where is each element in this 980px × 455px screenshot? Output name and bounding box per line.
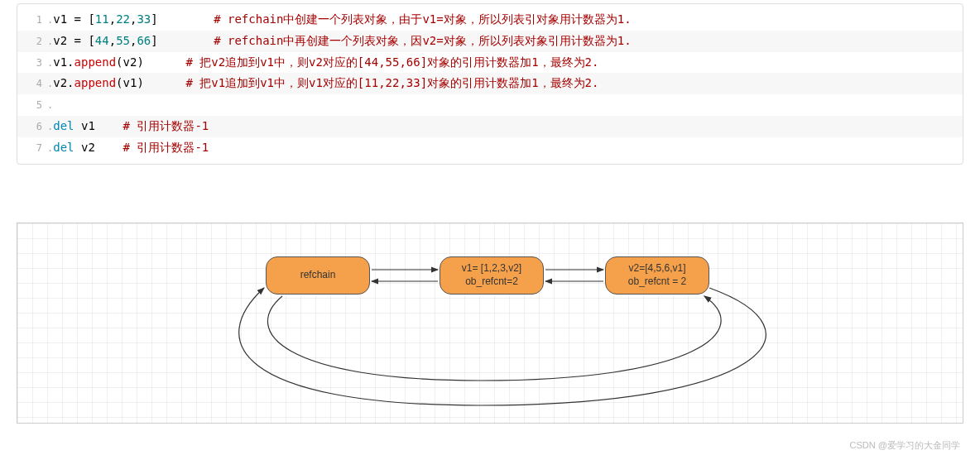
code-line: 6. del v1 # 引用计数器-1 [17,116,963,137]
line-number: 2 [17,33,47,50]
code-text: v2.append(v1) # 把v1追加到v1中，则v1对应的[11,22,3… [53,74,598,93]
code-text: v1 = [11,22,33] # refchain中创建一个列表对象，由于v1… [53,10,631,30]
line-number: 7 [17,140,47,156]
code-text: v1.append(v2) # 把v2追加到v1中，则v2对应的[44,55,6… [53,53,598,73]
line-number: 4 [17,75,47,92]
line-number: 6 [17,118,47,135]
code-text: del v1 # 引用计数器-1 [53,117,209,136]
watermark: CSDN @爱学习的大金同学 [850,439,960,452]
code-line: 4. v2.append(v1) # 把v1追加到v1中，则v1对应的[11,2… [17,73,963,94]
line-number: 1 [17,12,47,28]
diagram: refchain v1= [1,2,3,v2] ob_refcnt=2 v2=[… [17,223,963,424]
line-number: 3 [17,55,47,71]
diagram-arrows [17,223,963,423]
code-line: 7. del v2 # 引用计数器-1 [17,137,963,159]
code-line: 5. [17,94,963,116]
code-text: del v2 # 引用计数器-1 [53,138,209,158]
code-line: 2. v2 = [44,55,66] # refchain中再创建一个列表对象，… [17,31,963,52]
code-line: 3. v1.append(v2) # 把v2追加到v1中，则v2对应的[44,5… [17,52,963,74]
code-block: 1. v1 = [11,22,33] # refchain中创建一个列表对象，由… [17,3,963,165]
line-number: 5 [17,97,47,113]
code-line: 1. v1 = [11,22,33] # refchain中创建一个列表对象，由… [17,9,963,31]
code-text [53,95,60,115]
code-text: v2 = [44,55,66] # refchain中再创建一个列表对象，因v2… [53,31,631,51]
